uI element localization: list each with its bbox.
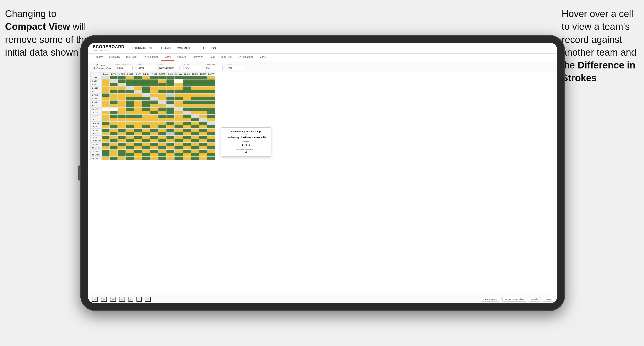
matrix-cell[interactable] <box>142 108 150 111</box>
matrix-cell[interactable] <box>191 118 199 122</box>
matrix-cell[interactable] <box>134 97 142 101</box>
matrix-cell[interactable] <box>207 150 215 153</box>
tab-summary-players[interactable]: Summary <box>189 54 206 61</box>
matrix-cell[interactable] <box>142 111 150 115</box>
tab-h2h-heatmap-players[interactable]: H2H Heatmap <box>235 54 256 61</box>
matrix-cell[interactable] <box>118 108 126 111</box>
matrix-cell[interactable] <box>166 90 174 94</box>
matrix-cell[interactable] <box>134 125 142 129</box>
matrix-cell[interactable] <box>207 111 215 115</box>
matrix-cell[interactable] <box>158 90 166 94</box>
matrix-cell[interactable] <box>158 79 166 83</box>
matrix-cell[interactable] <box>134 101 142 104</box>
matrix-cell[interactable] <box>118 125 126 129</box>
watch-button[interactable]: Watch <box>529 297 540 302</box>
matrix-cell[interactable] <box>134 108 142 111</box>
matrix-cell[interactable] <box>109 108 118 111</box>
matrix-cell[interactable] <box>109 111 118 115</box>
matrix-cell[interactable] <box>109 146 118 150</box>
matrix-cell[interactable] <box>174 129 183 132</box>
matrix-cell[interactable] <box>199 115 207 118</box>
tab-h2h-grid-teams[interactable]: H2H Grid <box>123 54 140 61</box>
matrix-cell[interactable] <box>166 104 174 108</box>
matrix-cell[interactable] <box>142 136 150 139</box>
matrix-cell[interactable] <box>199 94 207 97</box>
matrix-cell[interactable] <box>118 111 126 115</box>
matrix-cell[interactable] <box>150 139 158 143</box>
matrix-cell[interactable] <box>191 94 199 97</box>
matrix-cell[interactable] <box>150 115 158 118</box>
matrix-cell[interactable] <box>134 143 142 146</box>
matrix-cell[interactable] <box>142 139 150 143</box>
matrix-cell[interactable] <box>150 94 158 97</box>
matrix-cell[interactable] <box>142 90 150 94</box>
matrix-cell[interactable] <box>150 111 158 115</box>
matrix-cell[interactable] <box>207 101 215 104</box>
matrix-cell[interactable] <box>109 136 118 139</box>
matrix-cell[interactable] <box>158 125 166 129</box>
matrix-cell[interactable] <box>158 97 166 101</box>
matrix-cell[interactable] <box>109 104 118 108</box>
matrix-cell[interactable] <box>183 90 191 94</box>
matrix-cell[interactable] <box>191 86 199 90</box>
matrix-cell[interactable] <box>134 150 142 153</box>
matrix-cell[interactable] <box>199 101 207 104</box>
matrix-cell[interactable] <box>118 83 126 86</box>
matrix-cell[interactable] <box>183 83 191 86</box>
share-button[interactable]: Share <box>543 297 553 302</box>
matrix-cell[interactable] <box>183 111 191 115</box>
matrix-cell[interactable] <box>118 153 126 157</box>
matrix-cell[interactable] <box>101 86 109 90</box>
matrix-cell[interactable] <box>126 136 134 139</box>
matrix-cell[interactable] <box>174 132 183 136</box>
matrix-cell[interactable] <box>191 136 199 139</box>
matrix-cell[interactable] <box>134 115 142 118</box>
matrix-cell[interactable] <box>150 86 158 90</box>
matrix-cell[interactable] <box>191 146 199 150</box>
matrix-cell[interactable] <box>166 83 174 86</box>
matrix-cell[interactable] <box>150 79 158 83</box>
matrix-cell[interactable] <box>158 139 166 143</box>
matrix-cell[interactable] <box>166 139 174 143</box>
matrix-cell[interactable] <box>101 129 109 132</box>
matrix-cell[interactable] <box>207 94 215 97</box>
matrix-cell[interactable] <box>134 136 142 139</box>
full-view-option[interactable]: Full View <box>93 64 111 66</box>
matrix-cell[interactable] <box>126 153 134 157</box>
matrix-cell[interactable] <box>126 76 134 79</box>
matrix-cell[interactable] <box>150 132 158 136</box>
matrix-cell[interactable] <box>158 153 166 157</box>
matrix-cell[interactable] <box>199 132 207 136</box>
matrix-cell[interactable] <box>134 153 142 157</box>
matrix-cell[interactable] <box>109 76 118 79</box>
matrix-cell[interactable] <box>142 97 150 101</box>
matrix-container[interactable]: 1. AU 2. VU 3. ASU 4. UNC 5. UT 6. FSU 7… <box>88 72 557 295</box>
matrix-cell[interactable] <box>118 94 126 97</box>
matrix-cell[interactable] <box>118 146 126 150</box>
matrix-cell[interactable] <box>191 125 199 129</box>
matrix-cell[interactable] <box>109 97 118 101</box>
matrix-cell[interactable] <box>118 136 126 139</box>
matrix-cell[interactable] <box>174 108 183 111</box>
matrix-cell[interactable] <box>126 90 134 94</box>
matrix-cell[interactable] <box>142 122 150 125</box>
matrix-cell[interactable] <box>166 150 174 153</box>
matrix-cell[interactable] <box>134 104 142 108</box>
matrix-cell[interactable] <box>191 83 199 86</box>
matrix-cell[interactable] <box>199 97 207 101</box>
matrix-cell[interactable] <box>142 79 150 83</box>
matrix-cell[interactable] <box>191 150 199 153</box>
matrix-cell[interactable] <box>207 132 215 136</box>
matrix-cell[interactable] <box>158 101 166 104</box>
max-teams-select[interactable]: Top 50 <box>115 66 133 70</box>
matrix-cell[interactable] <box>126 83 134 86</box>
matrix-cell[interactable] <box>109 118 118 122</box>
tab-summary-teams[interactable]: Summary <box>106 54 123 61</box>
matrix-cell[interactable] <box>118 122 126 125</box>
matrix-cell[interactable] <box>101 104 109 108</box>
matrix-cell[interactable] <box>118 157 126 160</box>
matrix-cell[interactable] <box>199 104 207 108</box>
matrix-cell[interactable] <box>142 104 150 108</box>
tab-players[interactable]: Players <box>174 54 189 61</box>
matrix-cell[interactable] <box>183 76 191 79</box>
